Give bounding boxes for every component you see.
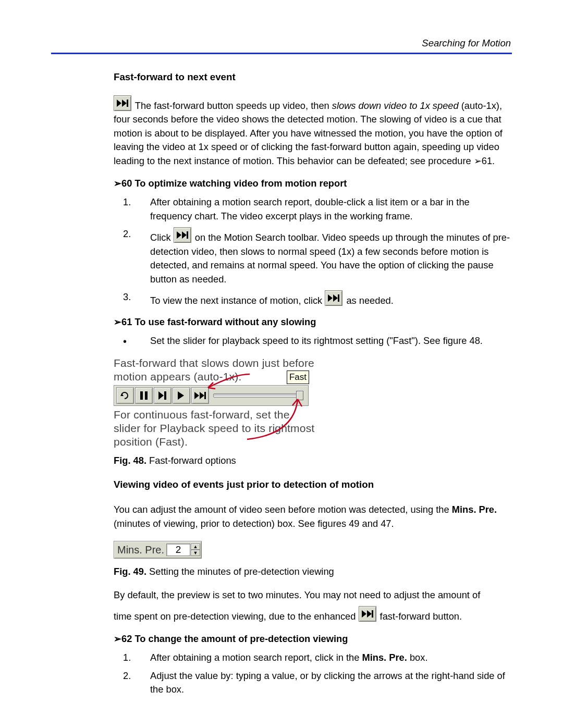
fig48: Fast-forward that slows down just before… [114, 356, 512, 449]
after49-p1: By default, the preview is set to two mi… [114, 588, 512, 602]
num: 1. [123, 195, 136, 209]
proc60-item1: 1.After obtaining a motion search report… [114, 195, 512, 223]
text: Click on the Motion Search toolbar. Vide… [150, 227, 512, 286]
pause-button[interactable] [135, 387, 153, 404]
fast-forward-button[interactable] [191, 387, 209, 404]
t: Click [150, 232, 174, 243]
header-rule [51, 53, 512, 54]
t: To view the next instance of motion, cli… [150, 295, 325, 306]
tooltip-fast: Fast [287, 371, 309, 385]
fig48-annot-top: Fast-forward that slows down just before… [114, 356, 315, 384]
mins-pre-widget: Mins. Pre. 2 ▲ ▼ [114, 541, 202, 559]
fig48-annot-bottom: For continuous fast-forward, set the sli… [114, 408, 315, 449]
content: Fast-forward to next event The fast-forw… [51, 70, 512, 697]
fig49-caption: Fig. 49. Setting the minutes of pre-dete… [114, 565, 512, 579]
text: After obtaining a motion search report, … [150, 195, 512, 223]
text: After obtaining a motion search report, … [150, 651, 427, 665]
proc62-list: 1. After obtaining a motion search repor… [114, 651, 512, 697]
proc60-item3: 3. To view the next instance of motion, … [114, 290, 512, 308]
t: fast-forward button. [377, 611, 462, 622]
svg-rect-6 [204, 392, 206, 399]
slider-thumb[interactable] [296, 391, 303, 400]
t: Fast-forward options [146, 455, 236, 466]
mins-pre-spinner[interactable]: ▲ ▼ [191, 544, 200, 556]
text: Adjust the value by: typing a value, or … [150, 669, 512, 697]
num: 3. [123, 290, 136, 304]
proc62-item1: 1. After obtaining a motion search repor… [114, 651, 512, 665]
text: To view the next instance of motion, cli… [150, 290, 394, 308]
heading-fast-forward: Fast-forward to next event [114, 70, 512, 84]
fast-forward-icon [325, 290, 342, 306]
page: Searching for Motion Fast-forward to nex… [0, 0, 563, 728]
b: Mins. Pre. [362, 652, 407, 663]
section-header: Searching for Motion [51, 36, 512, 51]
t: After obtaining a motion search report, … [150, 652, 362, 663]
next-frame-button[interactable] [154, 387, 172, 404]
b: Fig. 48. [114, 455, 146, 466]
play-button[interactable] [173, 387, 190, 404]
proc60-item2: 2. Click on the Motion Search toolbar. V… [114, 227, 512, 286]
fig48-caption: Fig. 48. Fast-forward options [114, 454, 512, 468]
fast-forward-icon [114, 95, 131, 111]
svg-rect-4 [145, 391, 148, 400]
t: on the Motion Search toolbar. Video spee… [150, 232, 510, 285]
proc60-head: ➢60 To optimize watching video from moti… [114, 177, 512, 191]
svg-rect-3 [140, 391, 143, 400]
after49-p2: time spent on pre-detection viewing, due… [114, 606, 512, 624]
spin-down-icon[interactable]: ▼ [191, 550, 200, 556]
heading-viewing: Viewing video of events just prior to de… [114, 477, 512, 491]
t: You can adjust the amount of video seen … [114, 504, 452, 515]
proc60-list: 1.After obtaining a motion search report… [114, 195, 512, 308]
b: Mins. Pre. [452, 504, 497, 515]
mins-pre-label: Mins. Pre. [117, 542, 164, 558]
intro-text-a: The fast-forward button speeds up video,… [135, 100, 332, 111]
playback-toolbar: Fast [114, 385, 309, 406]
intro-para: The fast-forward button speeds up video,… [114, 95, 512, 168]
fast-forward-icon [174, 227, 191, 243]
text: Set the slider for playback speed to its… [150, 334, 483, 348]
intro-text-em: slows down video to 1x speed [332, 100, 459, 111]
svg-rect-1 [187, 231, 188, 239]
spin-up-icon[interactable]: ▲ [191, 544, 200, 550]
b: Fig. 49. [114, 566, 146, 577]
mins-pre-value[interactable]: 2 [166, 544, 190, 556]
num: 2. [123, 227, 136, 241]
svg-rect-5 [164, 391, 166, 400]
proc62-item2: 2.Adjust the value by: typing a value, o… [114, 669, 512, 697]
svg-rect-0 [127, 100, 128, 107]
proc62-head: ➢62 To change the amount of pre-detectio… [114, 632, 512, 646]
proc61-item1: •Set the slider for playback speed to it… [114, 334, 512, 349]
t: box. [407, 652, 428, 663]
t: (minutes of viewing, prior to detection)… [114, 518, 394, 529]
bullet-icon: • [123, 334, 136, 349]
viewing-para: You can adjust the amount of video seen … [114, 503, 512, 530]
proc61-list: •Set the slider for playback speed to it… [114, 334, 512, 349]
speed-slider[interactable] [213, 393, 303, 398]
fast-forward-icon [359, 606, 376, 622]
svg-rect-2 [338, 294, 339, 302]
t: time spent on pre-detection viewing, due… [114, 611, 359, 622]
num: 1. [123, 651, 136, 665]
t: as needed. [344, 295, 394, 306]
svg-rect-7 [372, 610, 373, 618]
t: Setting the minutes of pre-detection vie… [146, 566, 334, 577]
rewind-button[interactable] [116, 387, 134, 404]
proc61-head: ➢61 To use fast-forward without any slow… [114, 315, 512, 329]
num: 2. [123, 669, 136, 683]
